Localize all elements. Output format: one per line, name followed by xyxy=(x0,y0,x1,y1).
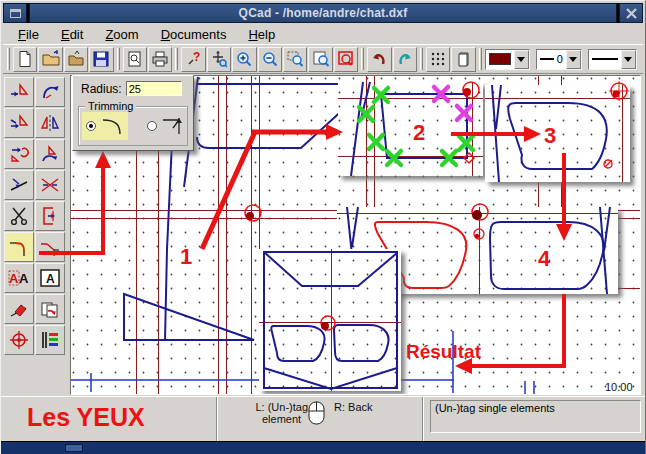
open-file-button[interactable] xyxy=(38,47,62,72)
menu-help[interactable]: Help xyxy=(241,25,282,44)
redo-button[interactable] xyxy=(393,47,417,72)
zoom-in-button[interactable] xyxy=(232,47,256,72)
statusbar-mouse-hints: L: (Un-)tag element R: Back xyxy=(217,397,423,441)
round-trim-icon xyxy=(100,116,124,136)
window-menu-button[interactable] xyxy=(3,3,27,23)
zoom-window-button[interactable] xyxy=(283,47,307,72)
tool-sidebar: AA A xyxy=(4,77,68,394)
tool-delete[interactable] xyxy=(4,294,34,324)
new-file-icon xyxy=(16,50,34,68)
save-file-button[interactable] xyxy=(89,47,113,72)
statusbar-left-section: Les YEUX xyxy=(1,397,217,441)
statusbar: Les YEUX L: (Un-)tag element R: Back (Un… xyxy=(1,396,645,441)
tool-rotate[interactable] xyxy=(35,77,65,107)
tool-round-fillet[interactable] xyxy=(4,232,34,262)
zoom-out-icon xyxy=(261,50,279,68)
left-click-hint-line2: element xyxy=(262,413,301,425)
svg-text:A: A xyxy=(9,271,19,286)
drawing-title: Les YEUX xyxy=(27,403,145,432)
grid-toggle-button[interactable] xyxy=(426,47,450,72)
tool-rotate-two[interactable] xyxy=(35,139,65,169)
tool-mirror[interactable] xyxy=(35,108,65,138)
radius-label: Radius: xyxy=(81,82,122,96)
toolbar-handle[interactable] xyxy=(175,48,178,70)
tool-move-copy[interactable] xyxy=(4,77,34,107)
zoom-in-icon xyxy=(235,50,253,68)
tool-explode[interactable] xyxy=(35,294,65,324)
trim-off-option[interactable] xyxy=(143,112,189,140)
toolbar-handle[interactable] xyxy=(7,48,10,70)
radio-selected-icon[interactable] xyxy=(86,121,96,131)
new-file-button[interactable] xyxy=(13,47,37,72)
tool-trim-two[interactable] xyxy=(35,170,65,200)
qcad-window: QCad - /home/andre/chat.dxf File Edit Zo… xyxy=(0,0,646,454)
zoom-selection-icon xyxy=(337,50,355,68)
width-sample-line xyxy=(540,58,554,60)
zoom-window-icon xyxy=(286,50,304,68)
print-button[interactable] xyxy=(148,47,172,72)
grid-icon xyxy=(429,50,447,68)
corner-trim-icon xyxy=(161,116,185,136)
titlebar: QCad - /home/andre/chat.dxf xyxy=(3,3,643,23)
print-preview-icon xyxy=(126,50,144,68)
layers-icon xyxy=(455,50,473,68)
menu-documents[interactable]: Documents xyxy=(154,25,234,44)
trimming-groupbox: Trimming xyxy=(78,106,188,146)
zoom-selection-button[interactable] xyxy=(334,47,358,72)
redo-icon xyxy=(396,50,414,68)
width-value: 0 xyxy=(557,53,563,65)
statusbar-right-section: (Un-)tag single elements xyxy=(423,397,645,441)
close-button[interactable] xyxy=(619,3,643,23)
line-width-combobox[interactable]: 0 xyxy=(536,49,582,70)
pan-view-button[interactable] xyxy=(207,47,231,72)
redraw-icon: ? xyxy=(185,50,203,68)
toolbar-handle[interactable] xyxy=(117,48,120,70)
layers-button[interactable] xyxy=(451,47,475,72)
color-combobox[interactable] xyxy=(485,49,530,70)
desktop-taskbar xyxy=(1,441,645,454)
open-recent-button[interactable] xyxy=(64,47,88,72)
mouse-icon xyxy=(308,401,325,425)
tool-stretch[interactable] xyxy=(35,201,65,231)
right-click-hint: R: Back xyxy=(334,401,373,413)
color-dropdown-button[interactable] xyxy=(514,50,529,69)
zoom-out-button[interactable] xyxy=(258,47,282,72)
left-click-hint-line1: L: (Un-)tag xyxy=(246,401,308,413)
menu-edit[interactable]: Edit xyxy=(54,25,90,44)
tool-move[interactable] xyxy=(4,108,34,138)
radio-unselected-icon[interactable] xyxy=(147,121,157,131)
trim-on-option[interactable] xyxy=(82,112,128,140)
svg-text:?: ? xyxy=(193,50,200,64)
tool-trim[interactable] xyxy=(4,170,34,200)
tool-move-rotate[interactable] xyxy=(4,139,34,169)
zoom-auto-button[interactable] xyxy=(308,47,332,72)
undo-button[interactable] xyxy=(367,47,391,72)
toolbar-handle[interactable] xyxy=(479,48,482,70)
tool-edit-text[interactable]: AA xyxy=(4,263,34,293)
open-recent-icon xyxy=(67,50,85,68)
menubar: File Edit Zoom Documents Help xyxy=(3,24,643,44)
radius-input[interactable] xyxy=(126,81,182,96)
print-preview-button[interactable] xyxy=(123,47,147,72)
menu-file[interactable]: File xyxy=(11,25,46,44)
window-title: QCad - /home/andre/chat.dxf xyxy=(29,3,617,23)
tool-edit-attributes[interactable] xyxy=(35,325,65,355)
close-icon xyxy=(626,8,637,19)
menu-zoom[interactable]: Zoom xyxy=(98,25,145,44)
undo-icon xyxy=(370,50,388,68)
tool-snap-point[interactable] xyxy=(4,325,34,355)
tool-cut[interactable] xyxy=(4,201,34,231)
line-style-combobox[interactable] xyxy=(588,49,637,70)
style-dropdown-button[interactable] xyxy=(621,50,636,69)
toolbar-handle[interactable] xyxy=(361,48,364,70)
current-color-swatch xyxy=(489,53,511,65)
redraw-button[interactable]: ? xyxy=(181,47,205,72)
window-icon xyxy=(10,9,21,18)
pan-view-icon xyxy=(210,50,228,68)
width-dropdown-button[interactable] xyxy=(566,50,581,69)
taskbar-segment[interactable] xyxy=(65,444,83,452)
toolbar: ? 0 xyxy=(3,44,643,74)
tool-text[interactable]: A xyxy=(35,263,65,293)
tool-bevel[interactable] xyxy=(35,232,65,262)
toolbar-handle[interactable] xyxy=(420,48,423,70)
